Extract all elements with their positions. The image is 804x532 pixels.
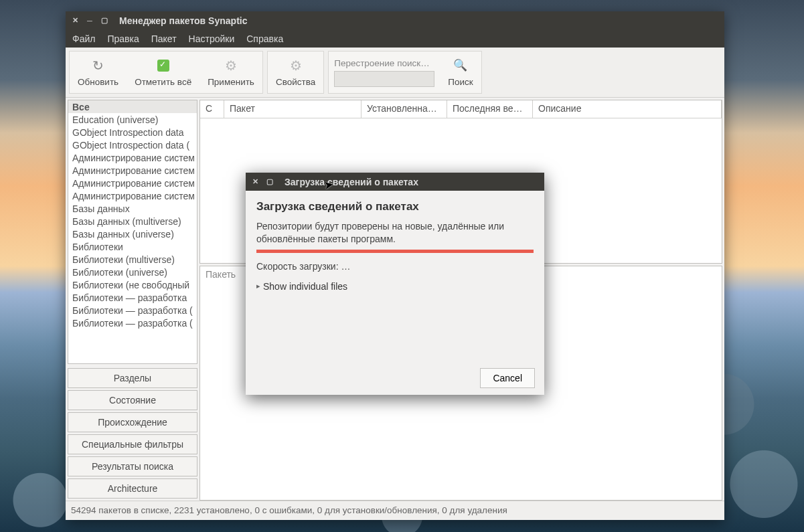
category-item[interactable]: Библиотеки (multiverse) — [68, 253, 197, 266]
category-item[interactable]: Библиотеки (не свободный — [68, 278, 197, 291]
apply-button[interactable]: Применить — [199, 52, 262, 93]
search-icon — [453, 58, 468, 73]
category-item[interactable]: Базы данных (multiverse) — [68, 215, 197, 228]
category-item[interactable]: Библиотеки — разработка ( — [68, 304, 197, 317]
filter-architecture-button[interactable]: Architecture — [68, 478, 197, 499]
search-rebuild-label: Перестроение поиск… — [334, 58, 434, 68]
category-item[interactable]: Библиотеки — [68, 240, 197, 253]
gear-icon — [289, 58, 303, 73]
menu-package[interactable]: Пакет — [151, 33, 177, 44]
main-titlebar[interactable]: ✕ ─ ▢ Менеджер пакетов Synaptic — [66, 11, 724, 29]
dialog-heading: Загрузка сведений о пакетах — [256, 200, 534, 213]
window-maximize-icon[interactable]: ▢ — [100, 17, 108, 25]
toolbar: Обновить Отметить всё Применить Свойства… — [66, 48, 724, 98]
search-rebuild-panel: Перестроение поиск… — [329, 52, 440, 93]
search-button[interactable]: Поиск — [440, 52, 481, 93]
filter-status-button[interactable]: Состояние — [68, 390, 197, 410]
category-item[interactable]: Библиотеки — разработка ( — [68, 317, 197, 329]
category-item[interactable]: Базы данных (universe) — [68, 228, 197, 240]
menu-settings[interactable]: Настройки — [189, 33, 235, 44]
download-dialog: ✕ ▢ Загрузка сведений о пакетах Загрузка… — [246, 173, 544, 395]
dialog-titlebar[interactable]: ✕ ▢ Загрузка сведений о пакетах — [246, 173, 544, 191]
package-table-header: С Пакет Установленная ве Последняя верси… — [200, 100, 722, 118]
category-item[interactable]: Администрирование систем — [68, 189, 197, 202]
window-close-icon[interactable]: ✕ — [71, 17, 79, 25]
statusbar-text: 54294 пакетов в списке, 2231 установлено… — [71, 505, 507, 515]
show-individual-files-expander[interactable]: Show individual files — [256, 281, 534, 292]
menubar: Файл Правка Пакет Настройки Справка — [66, 29, 724, 48]
category-item[interactable]: Библиотеки — разработка — [68, 291, 197, 304]
category-list[interactable]: ВсеEducation (universe)GObject Introspec… — [68, 100, 197, 364]
filter-origin-button[interactable]: Происхождение — [68, 412, 197, 432]
filter-sections-button[interactable]: Разделы — [68, 368, 197, 388]
col-status[interactable]: С — [200, 100, 224, 118]
dialog-close-icon[interactable]: ✕ — [251, 178, 259, 186]
check-icon — [156, 58, 171, 73]
mark-all-button[interactable]: Отметить всё — [127, 52, 199, 93]
category-item[interactable]: Библиотеки (universe) — [68, 266, 197, 278]
category-item[interactable]: Администрирование систем — [68, 177, 197, 189]
menu-edit[interactable]: Правка — [107, 33, 139, 44]
quick-search-input[interactable] — [334, 71, 434, 87]
category-item[interactable]: Базы данных — [68, 202, 197, 215]
category-item[interactable]: GObject Introspection data — [68, 126, 197, 139]
reload-icon — [91, 58, 106, 73]
progress-bar — [256, 250, 534, 253]
statusbar: 54294 пакетов в списке, 2231 установлено… — [66, 501, 724, 519]
gears-icon — [224, 58, 238, 73]
filter-search-results-button[interactable]: Результаты поиска — [68, 456, 197, 476]
menu-file[interactable]: Файл — [72, 33, 95, 44]
col-installed-version[interactable]: Установленная ве — [361, 100, 447, 118]
window-title: Менеджер пакетов Synaptic — [119, 15, 247, 26]
filter-custom-button[interactable]: Специальные фильтры — [68, 434, 197, 454]
dialog-maximize-icon[interactable]: ▢ — [266, 178, 274, 186]
category-item[interactable]: Все — [68, 100, 197, 113]
category-item[interactable]: GObject Introspection data ( — [68, 139, 197, 151]
cancel-button[interactable]: Cancel — [480, 368, 535, 388]
col-description[interactable]: Описание — [533, 100, 722, 118]
menu-help[interactable]: Справка — [246, 33, 283, 44]
col-package[interactable]: Пакет — [224, 100, 361, 118]
dialog-description: Репозитории будут проверены на новые, уд… — [256, 220, 534, 246]
category-item[interactable]: Education (universe) — [68, 113, 197, 126]
reload-button[interactable]: Обновить — [70, 52, 127, 93]
download-speed-label: Скорость загрузки: … — [256, 261, 534, 272]
detail-placeholder: Пакеть — [206, 269, 236, 280]
dialog-title: Загрузка сведений о пакетах — [285, 177, 418, 187]
col-latest-version[interactable]: Последняя верси — [447, 100, 533, 118]
category-item[interactable]: Администрирование систем — [68, 151, 197, 164]
sidebar: ВсеEducation (universe)GObject Introspec… — [66, 98, 199, 501]
window-minimize-icon[interactable]: ─ — [86, 17, 94, 25]
category-item[interactable]: Администрирование систем — [68, 164, 197, 177]
properties-button[interactable]: Свойства — [268, 52, 323, 93]
